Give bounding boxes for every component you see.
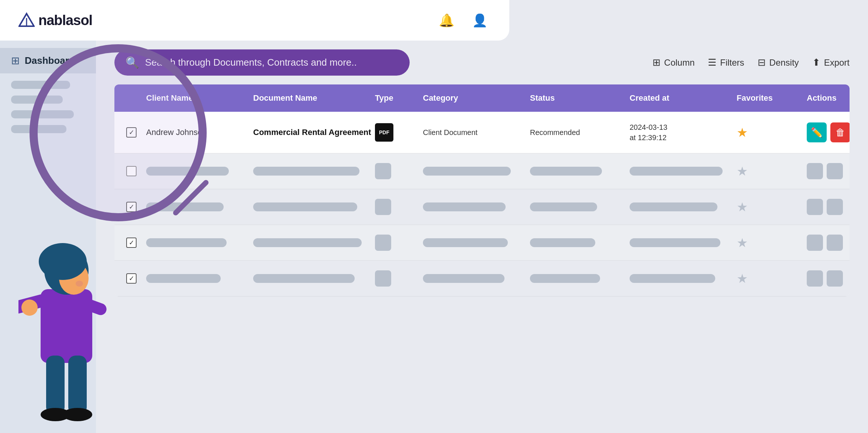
table-row: ✓ ★: [114, 225, 850, 261]
skeleton-action-2: [827, 270, 843, 287]
sidebar-nav-items: [0, 73, 96, 141]
star-empty-icon[interactable]: ★: [737, 271, 748, 285]
skeleton-status: [530, 274, 626, 283]
density-icon: ⊟: [758, 57, 766, 68]
row-checkbox[interactable]: ✓: [126, 238, 137, 248]
row1-client-name: Andrew Johnson: [146, 128, 249, 137]
skeleton-client: [146, 167, 249, 176]
skeleton-type: [375, 270, 419, 287]
skeleton-fav: ★: [737, 164, 803, 179]
table-header: Client Name Document Name Type Category …: [114, 84, 850, 112]
table-row: ★: [114, 153, 850, 189]
row1-favorite-cell: ★: [737, 125, 803, 140]
row1-checkbox-cell: ✓: [120, 127, 142, 138]
search-icon: 🔍: [125, 56, 139, 69]
star-filled-icon[interactable]: ★: [737, 125, 748, 139]
skeleton-date: [630, 202, 733, 211]
profile-button[interactable]: 👤: [469, 9, 491, 31]
star-empty-icon[interactable]: ★: [737, 164, 748, 178]
skeleton-action-2: [827, 199, 843, 215]
th-client-name: Client Name: [146, 93, 249, 103]
row-checkbox-cell: ✓: [120, 238, 142, 248]
skeleton-action-1: [807, 270, 823, 287]
export-icon: ⬆: [812, 57, 820, 68]
data-table: Client Name Document Name Type Category …: [114, 84, 850, 297]
row1-document-name: Commercial Rental Agreement: [253, 127, 371, 138]
sidebar-dashboard-label: Dashboard: [25, 55, 75, 66]
th-actions: Actions: [807, 93, 850, 103]
th-status: Status: [530, 93, 626, 103]
header-icons: 🔔 👤: [435, 9, 491, 31]
logo-area: nablasol: [18, 12, 92, 28]
row1-created-at: 2024-03-13at 12:39:12: [630, 122, 733, 143]
skeleton-action-2: [827, 235, 843, 251]
check-icon: ✓: [129, 128, 134, 136]
star-empty-icon[interactable]: ★: [737, 236, 748, 250]
nablasol-logo-icon: [18, 12, 35, 28]
column-label: Column: [664, 58, 695, 68]
toolbar: 🔍 Search through Documents, Contracts an…: [96, 41, 868, 84]
density-button[interactable]: ⊟ Density: [758, 57, 799, 68]
sidebar-skeleton-item: [11, 81, 70, 89]
row-checkbox[interactable]: ✓: [126, 202, 137, 212]
column-icon: ⊞: [652, 57, 661, 68]
skeleton-doc: [253, 274, 371, 283]
skeleton-date: [630, 167, 733, 176]
sidebar-dashboard-item[interactable]: ⊞ Dashboard: [0, 48, 96, 73]
th-document-name: Document Name: [253, 93, 371, 103]
row-checkbox[interactable]: [126, 166, 137, 176]
skeleton-action-1: [807, 235, 823, 251]
notification-icon: 🔔: [439, 13, 454, 28]
row-checkbox[interactable]: ✓: [126, 273, 137, 284]
table-row: ✓ ★: [114, 261, 850, 297]
toolbar-buttons: ⊞ Column ☰ Filters ⊟ Density ⬆ Export: [652, 57, 850, 68]
skeleton-fav: ★: [737, 200, 803, 214]
skeleton-action-1: [807, 163, 823, 179]
skeleton-status: [530, 167, 626, 176]
dashboard-icon: ⊞: [11, 55, 20, 67]
filters-button[interactable]: ☰ Filters: [708, 57, 744, 68]
sidebar-skeleton-item: [11, 125, 66, 133]
filters-icon: ☰: [708, 57, 716, 68]
skeleton-status: [530, 238, 626, 247]
pdf-icon: PDF: [375, 123, 393, 142]
logo-text: nablasol: [38, 13, 92, 28]
star-empty-icon[interactable]: ★: [737, 200, 748, 214]
column-button[interactable]: ⊞ Column: [652, 57, 695, 68]
skeleton-cat: [423, 274, 526, 283]
edit-button[interactable]: ✏️: [807, 122, 827, 142]
sidebar: ⊞ Dashboard: [0, 0, 96, 433]
th-favorites: Favorites: [737, 93, 803, 103]
search-placeholder: Search through Documents, Contracts and …: [145, 57, 357, 68]
skeleton-date: [630, 274, 733, 283]
skeleton-date: [630, 238, 733, 247]
sidebar-skeleton-item: [11, 110, 74, 118]
skeleton-action-2: [827, 163, 843, 179]
search-bar[interactable]: 🔍 Search through Documents, Contracts an…: [114, 49, 410, 76]
row1-type-cell: PDF: [375, 123, 419, 142]
th-created-at: Created at: [630, 93, 733, 103]
skeleton-cat: [423, 202, 526, 211]
table-row-first: ✓ Andrew Johnson Commercial Rental Agree…: [114, 112, 850, 153]
skeleton-actions: [807, 163, 850, 179]
row1-checkbox[interactable]: ✓: [126, 127, 137, 138]
skeleton-doc: [253, 167, 371, 176]
delete-button[interactable]: 🗑: [830, 122, 850, 142]
row1-status: Recommended: [530, 128, 626, 137]
notification-button[interactable]: 🔔: [435, 9, 458, 31]
skeleton-type: [375, 163, 419, 179]
export-button[interactable]: ⬆ Export: [812, 57, 850, 68]
export-label: Export: [824, 58, 850, 68]
skeleton-actions: [807, 235, 850, 251]
skeleton-status: [530, 202, 626, 211]
row-checkbox-cell: ✓: [120, 273, 142, 284]
row1-actions-cell: ✏️ 🗑: [807, 122, 850, 142]
top-header: nablasol 🔔 👤: [0, 0, 509, 41]
skeleton-doc: [253, 202, 371, 211]
skeleton-client: [146, 238, 249, 247]
skeleton-actions: [807, 270, 850, 287]
skeleton-cat: [423, 238, 526, 247]
skeleton-type: [375, 199, 419, 215]
skeleton-client: [146, 274, 249, 283]
density-label: Density: [769, 58, 799, 68]
